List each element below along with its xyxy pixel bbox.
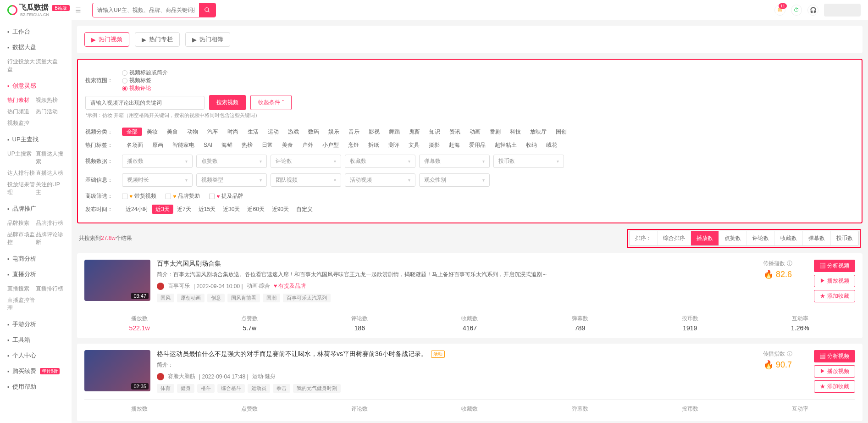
category-button[interactable]: 影视	[364, 128, 384, 136]
tag-button[interactable]: 测评	[384, 141, 404, 149]
tag-button[interactable]: 智能家电	[168, 141, 199, 149]
sidebar-group-title[interactable]: ▪UP主查找	[0, 132, 72, 147]
video-tag[interactable]: 原创动画	[177, 294, 205, 302]
sidebar-item[interactable]: UP主搜索	[7, 148, 36, 167]
category-button[interactable]: 全部	[122, 128, 142, 136]
select-box[interactable]: 团队视频▾	[271, 173, 341, 187]
select-box[interactable]: 投币数▾	[493, 155, 564, 168]
sidebar-group-title[interactable]: ▪使用帮助	[0, 379, 72, 395]
video-tag[interactable]: 综合格斗	[217, 384, 245, 393]
category-button[interactable]: 动画	[465, 128, 485, 136]
clock-icon[interactable]: ⏱	[791, 5, 802, 16]
video-thumbnail[interactable]: 03:47	[84, 260, 150, 301]
category-button[interactable]: 生活	[243, 128, 263, 136]
video-title[interactable]: 格斗运动员最怕什么不是强大的对手而是赛前不让喝水，林荷琴vs平田树赛前36小时备…	[157, 350, 427, 358]
sort-item[interactable]: 弹幕数	[803, 231, 831, 245]
menu-toggle-icon[interactable]: ☰	[75, 6, 81, 14]
select-box[interactable]: 观众性别▾	[419, 173, 490, 187]
category-button[interactable]: 动物	[182, 128, 203, 136]
video-tag[interactable]: 百事可乐太汽系列	[283, 294, 331, 302]
tag-button[interactable]: SAI	[199, 141, 217, 149]
category-button[interactable]: 汽车	[203, 128, 223, 136]
select-box[interactable]: 弹幕数▾	[419, 155, 490, 168]
time-button[interactable]: 近90天	[268, 205, 293, 214]
sidebar-group-title[interactable]: ▪直播分析	[0, 267, 72, 282]
sidebar-item[interactable]: 行业投放大盘	[7, 56, 36, 75]
category-button[interactable]: 放映厅	[525, 128, 551, 136]
select-box[interactable]: 活动视频▾	[345, 173, 415, 187]
video-tag[interactable]: 创意	[207, 294, 225, 302]
time-button[interactable]: 近30天	[219, 205, 243, 214]
sidebar-item[interactable]: 直播监控管理	[7, 295, 36, 314]
radio-option[interactable]: 视频标题或简介	[122, 69, 168, 77]
sidebar-group-title[interactable]: ▪数据大盘	[0, 39, 72, 55]
analyze-button[interactable]: ▦ 分析视频	[814, 350, 855, 362]
category-button[interactable]: 美妆	[142, 128, 162, 136]
video-tag[interactable]: 格斗	[197, 384, 215, 393]
video-author[interactable]: 赛脸大脑筋	[168, 373, 195, 380]
tag-button[interactable]: 文具	[404, 141, 424, 149]
tag-button[interactable]: 收纳	[521, 141, 542, 149]
category-button[interactable]: 娱乐	[324, 128, 344, 136]
checkbox-option[interactable]: ♥提及品牌	[209, 192, 243, 200]
tag-button[interactable]: 赶海	[444, 141, 464, 149]
sidebar-item[interactable]: 直播达人搜索	[36, 148, 64, 167]
category-button[interactable]: 鬼畜	[404, 128, 425, 136]
tag-button[interactable]: 名场面	[122, 141, 148, 149]
sidebar-item[interactable]: 热门活动	[36, 106, 64, 117]
sidebar-item[interactable]: 达人排行榜	[7, 167, 36, 179]
time-button[interactable]: 近60天	[243, 205, 268, 214]
author-avatar[interactable]	[157, 283, 164, 290]
sidebar-item[interactable]: 热门素材	[7, 95, 36, 106]
select-box[interactable]: 收藏数▾	[345, 155, 415, 168]
video-tag[interactable]: 国风肯前看	[227, 294, 260, 302]
time-button[interactable]: 近15天	[195, 205, 219, 214]
select-box[interactable]: 视频类型▾	[196, 173, 267, 187]
checkbox-option[interactable]: ♥带货视频	[122, 192, 156, 200]
time-button[interactable]: 自定义	[293, 205, 316, 214]
time-button[interactable]: 近24小时	[122, 205, 152, 214]
tag-button[interactable]: 原画	[148, 141, 168, 149]
video-title[interactable]: 百事太汽国风剧场合集	[157, 260, 221, 268]
video-tag[interactable]: 我的元气健身时刻	[293, 384, 341, 393]
tag-button[interactable]: 绒花	[542, 141, 562, 149]
sidebar-group-title[interactable]: ▪创意灵感	[0, 78, 72, 94]
tag-button[interactable]: 日常	[257, 141, 277, 149]
video-tag[interactable]: 国潮	[263, 294, 280, 302]
collapse-button[interactable]: 收起条件ˆ	[250, 95, 292, 110]
category-button[interactable]: 资讯	[445, 128, 465, 136]
sidebar-item[interactable]: 直播搜索	[7, 283, 36, 295]
video-thumbnail[interactable]: 02:35	[84, 350, 150, 391]
search-button[interactable]	[199, 3, 216, 17]
avatar[interactable]	[824, 4, 861, 17]
tab-button[interactable]: ▶热门视频	[84, 32, 129, 47]
sidebar-item[interactable]: 热门频道	[7, 106, 36, 117]
sort-item[interactable]: 投币数	[831, 231, 858, 245]
video-tag[interactable]: 健身	[177, 384, 194, 393]
sidebar-item[interactable]: 品牌市场监控	[7, 229, 36, 248]
video-tag[interactable]: 国风	[157, 294, 174, 302]
sort-item[interactable]: 综合排序	[658, 231, 691, 245]
category-button[interactable]: 美食	[162, 128, 182, 136]
logo[interactable]: 飞瓜数据 B站版 BZ.FEIGUA.CN	[7, 3, 70, 17]
tag-button[interactable]: 小户型	[318, 141, 343, 149]
tag-button[interactable]: 爱用品	[464, 141, 490, 149]
analyze-button[interactable]: ▦ 分析视频	[814, 260, 855, 272]
sidebar-item[interactable]: 品牌评论诊断	[36, 229, 64, 248]
category-button[interactable]: 知识	[425, 128, 445, 136]
sort-item[interactable]: 评论数	[747, 231, 775, 245]
sidebar-item[interactable]: 品牌排行榜	[36, 217, 64, 229]
sidebar-group-title[interactable]: ▪工具箱	[0, 332, 72, 348]
sort-item[interactable]: 收藏数	[775, 231, 803, 245]
sidebar-item[interactable]: 直播达人榜	[36, 167, 64, 179]
category-button[interactable]: 番剧	[485, 128, 505, 136]
category-button[interactable]: 舞蹈	[384, 128, 404, 136]
tag-button[interactable]: 热榜	[237, 141, 257, 149]
video-tag[interactable]: 体育	[157, 384, 174, 393]
category-button[interactable]: 国创	[551, 128, 571, 136]
support-icon[interactable]: 🎧	[807, 5, 818, 16]
sidebar-group-title[interactable]: ▪手游分析	[0, 317, 72, 332]
time-button[interactable]: 近3天	[152, 205, 173, 214]
play-button[interactable]: ▶ 播放视频	[814, 365, 855, 378]
search-input[interactable]	[93, 4, 199, 16]
